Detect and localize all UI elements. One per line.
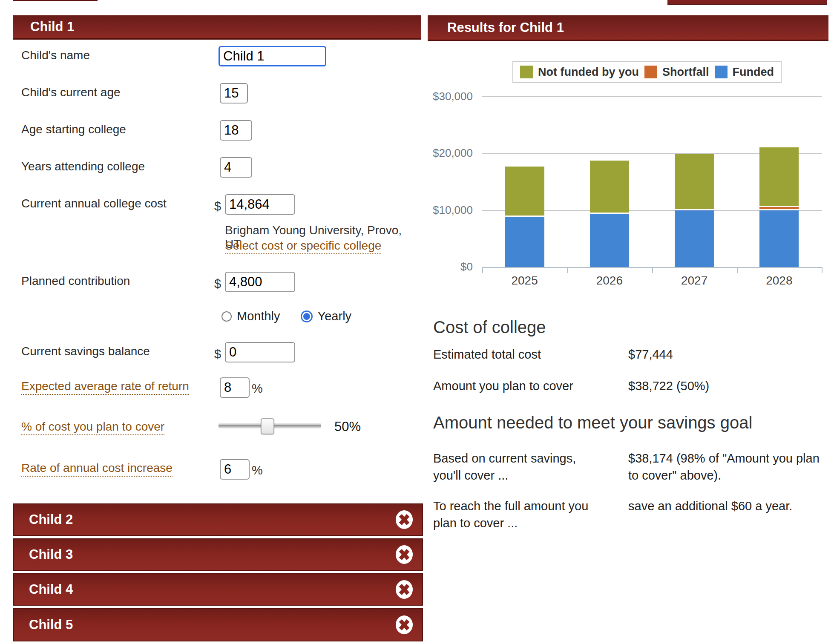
rate-of-return-percent-sign: % — [252, 382, 263, 396]
amount-plan-to-cover-value: $38,722 (50%) — [628, 377, 709, 394]
child-5-header[interactable]: Child 5 — [13, 608, 423, 641]
bar-segment-funded — [505, 217, 544, 267]
child-2-label: Child 2 — [29, 512, 73, 527]
years-attending-label: Years attending college — [21, 159, 145, 174]
rate-of-return-link-label[interactable]: Expected average rate of return — [21, 380, 189, 395]
savings-goal-heading: Amount needed to meet your savings goal — [433, 413, 752, 432]
savings-balance-label: Current savings balance — [21, 344, 150, 359]
x-axis-tick — [822, 267, 822, 273]
bar-segment-not-funded-by-you — [759, 147, 799, 206]
x-axis-category-label: 2028 — [753, 274, 805, 288]
chart-gridline — [482, 96, 822, 97]
contribution-frequency-group: Monthly Yearly — [221, 309, 351, 323]
based-on-savings-value: $38,174 (98% of "Amount you plan to cove… — [628, 450, 831, 484]
current-age-label: Child's current age — [21, 85, 121, 100]
cost-increase-input[interactable] — [220, 459, 250, 480]
yearly-radio[interactable] — [301, 310, 313, 322]
savings-balance-input[interactable] — [225, 342, 295, 362]
monthly-radio[interactable] — [221, 311, 232, 322]
remove-child-2-icon[interactable] — [395, 510, 414, 529]
x-axis-tick — [737, 267, 738, 273]
chart-legend: Not funded by youShortfallFunded — [512, 61, 782, 83]
child-name-label: Child's name — [21, 48, 90, 63]
legend-label: Shortfall — [662, 66, 709, 79]
percent-cover-link-label[interactable]: % of cost you plan to cover — [21, 420, 164, 435]
select-college-link[interactable]: Select cost or specific college — [225, 239, 381, 254]
x-axis-category-label: 2025 — [499, 274, 550, 288]
cutoff-button-top-right[interactable] — [667, 0, 827, 5]
bar-segment-funded — [759, 210, 799, 267]
rate-of-return-input[interactable] — [220, 377, 250, 398]
annual-cost-input[interactable] — [225, 194, 295, 215]
y-axis-tick-label: $30,000 — [428, 90, 473, 103]
legend-item: Not funded by you — [520, 66, 639, 79]
savings-dollar-sign: $ — [214, 347, 221, 361]
cost-increase-percent-sign: % — [252, 463, 263, 477]
start-age-label: Age starting college — [21, 122, 126, 137]
bar-segment-funded — [590, 214, 629, 267]
percent-cover-slider-thumb[interactable] — [261, 418, 274, 434]
savings-chart: Not funded by youShortfallFunded $0$10,0… — [428, 55, 834, 302]
percent-cover-value: 50% — [334, 419, 361, 434]
cutoff-element-top-left — [13, 0, 98, 1]
remove-child-5-icon[interactable] — [395, 615, 414, 634]
planned-contribution-input[interactable] — [225, 272, 295, 292]
child-3-label: Child 3 — [29, 547, 73, 562]
bar-segment-shortfall — [759, 207, 799, 209]
legend-item: Shortfall — [644, 66, 709, 79]
child-1-header[interactable]: Child 1 — [13, 15, 421, 40]
child-1-panel: Child 1 Child's name Child's current age… — [13, 15, 421, 501]
child-4-header[interactable]: Child 4 — [13, 573, 423, 606]
years-attending-input[interactable] — [220, 157, 252, 178]
y-axis-tick-label: $20,000 — [428, 147, 473, 160]
estimated-total-cost-value: $77,444 — [628, 346, 673, 363]
cost-increase-link-label[interactable]: Rate of annual cost increase — [21, 461, 173, 477]
child-2-header[interactable]: Child 2 — [13, 503, 423, 536]
annual-cost-dollar-sign: $ — [214, 199, 221, 213]
reach-full-amount-label: To reach the full amount you plan to cov… — [433, 497, 599, 532]
reach-full-amount-value: save an additional $60 a year. — [628, 497, 831, 515]
child-name-input[interactable] — [219, 46, 326, 66]
legend-swatch-icon — [644, 66, 657, 78]
x-axis-tick — [482, 267, 483, 273]
child-5-label: Child 5 — [29, 617, 73, 632]
estimated-total-cost-label: Estimated total cost — [433, 346, 621, 363]
bar-segment-not-funded-by-you — [505, 167, 544, 216]
y-axis-tick-label: $10,000 — [428, 204, 473, 217]
legend-label: Not funded by you — [538, 66, 639, 79]
current-age-input[interactable] — [220, 83, 248, 104]
start-age-input[interactable] — [220, 120, 252, 141]
remove-child-3-icon[interactable] — [395, 545, 414, 564]
amount-plan-to-cover-label: Amount you plan to cover — [433, 377, 621, 394]
child-3-header[interactable]: Child 3 — [13, 538, 423, 571]
remove-child-4-icon[interactable] — [395, 580, 414, 599]
contribution-dollar-sign: $ — [214, 277, 221, 291]
based-on-savings-label: Based on current savings, you'll cover .… — [433, 450, 599, 484]
cost-of-college-heading: Cost of college — [433, 318, 546, 337]
x-axis-tick — [567, 267, 568, 273]
legend-label: Funded — [733, 66, 774, 79]
x-axis-category-label: 2026 — [584, 274, 635, 288]
x-axis-category-label: 2027 — [669, 274, 720, 288]
planned-contribution-label: Planned contribution — [21, 274, 130, 288]
monthly-radio-label[interactable]: Monthly — [237, 309, 280, 323]
results-header-label: Results for Child 1 — [447, 20, 564, 35]
child-4-label: Child 4 — [29, 582, 73, 597]
bar-segment-funded — [675, 210, 714, 267]
legend-swatch-icon — [520, 66, 533, 78]
yearly-radio-label[interactable]: Yearly — [318, 309, 352, 323]
bar-segment-not-funded-by-you — [590, 161, 629, 213]
legend-item: Funded — [715, 66, 774, 79]
results-header: Results for Child 1 — [428, 15, 828, 41]
child-1-header-label: Child 1 — [30, 19, 74, 34]
annual-cost-label: Current annual college cost — [21, 196, 167, 211]
legend-swatch-icon — [715, 66, 728, 78]
x-axis-tick — [652, 267, 653, 273]
y-axis-tick-label: $0 — [428, 260, 473, 273]
bar-segment-not-funded-by-you — [675, 154, 714, 210]
